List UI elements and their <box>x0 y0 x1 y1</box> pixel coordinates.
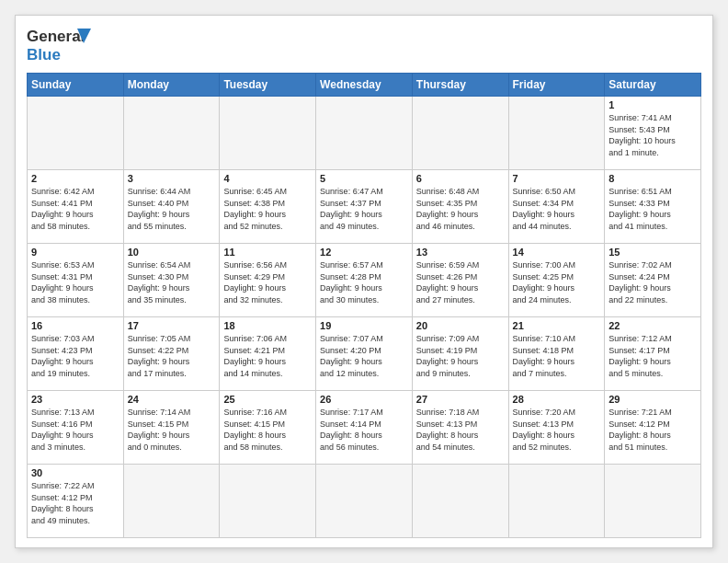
calendar-cell: 10Sunrise: 6:54 AM Sunset: 4:30 PM Dayli… <box>123 244 220 317</box>
calendar-cell: 29Sunrise: 7:21 AM Sunset: 4:12 PM Dayli… <box>605 391 701 465</box>
day-info: Sunrise: 6:48 AM Sunset: 4:35 PM Dayligh… <box>416 186 505 232</box>
day-info: Sunrise: 7:06 AM Sunset: 4:21 PM Dayligh… <box>223 333 312 379</box>
weekday-header-row: SundayMondayTuesdayWednesdayThursdayFrid… <box>28 74 701 97</box>
calendar-week-row: 1Sunrise: 7:41 AM Sunset: 5:43 PM Daylig… <box>28 97 701 170</box>
day-info: Sunrise: 7:05 AM Sunset: 4:22 PM Dayligh… <box>128 333 216 379</box>
calendar-cell: 23Sunrise: 7:13 AM Sunset: 4:16 PM Dayli… <box>28 391 124 465</box>
day-info: Sunrise: 6:44 AM Sunset: 4:40 PM Dayligh… <box>128 186 216 232</box>
day-number: 11 <box>223 247 312 258</box>
weekday-header-saturday: Saturday <box>605 74 701 97</box>
day-info: Sunrise: 7:00 AM Sunset: 4:25 PM Dayligh… <box>513 259 601 305</box>
calendar-cell: 3Sunrise: 6:44 AM Sunset: 4:40 PM Daylig… <box>123 170 220 244</box>
day-number: 4 <box>223 173 312 184</box>
calendar-cell <box>508 97 605 170</box>
day-number: 16 <box>31 320 119 331</box>
day-info: Sunrise: 7:13 AM Sunset: 4:16 PM Dayligh… <box>31 407 119 453</box>
calendar-week-row: 16Sunrise: 7:03 AM Sunset: 4:23 PM Dayli… <box>28 317 701 391</box>
day-info: Sunrise: 6:42 AM Sunset: 4:41 PM Dayligh… <box>31 186 119 232</box>
day-info: Sunrise: 6:51 AM Sunset: 4:33 PM Dayligh… <box>609 186 697 232</box>
calendar-cell: 30Sunrise: 7:22 AM Sunset: 4:12 PM Dayli… <box>28 465 124 538</box>
day-info: Sunrise: 7:12 AM Sunset: 4:17 PM Dayligh… <box>609 333 697 379</box>
day-info: Sunrise: 7:18 AM Sunset: 4:13 PM Dayligh… <box>416 407 505 453</box>
calendar-week-row: 23Sunrise: 7:13 AM Sunset: 4:16 PM Dayli… <box>28 391 701 465</box>
day-number: 8 <box>609 173 697 184</box>
day-number: 18 <box>223 320 312 331</box>
day-info: Sunrise: 6:50 AM Sunset: 4:34 PM Dayligh… <box>513 186 601 232</box>
day-info: Sunrise: 7:10 AM Sunset: 4:18 PM Dayligh… <box>513 333 601 379</box>
day-info: Sunrise: 7:22 AM Sunset: 4:12 PM Dayligh… <box>31 480 119 526</box>
weekday-header-tuesday: Tuesday <box>220 74 316 97</box>
calendar-cell: 24Sunrise: 7:14 AM Sunset: 4:15 PM Dayli… <box>123 391 220 465</box>
day-info: Sunrise: 7:03 AM Sunset: 4:23 PM Dayligh… <box>31 333 119 379</box>
calendar-cell: 26Sunrise: 7:17 AM Sunset: 4:14 PM Dayli… <box>316 391 413 465</box>
weekday-header-thursday: Thursday <box>412 74 508 97</box>
calendar-cell: 19Sunrise: 7:07 AM Sunset: 4:20 PM Dayli… <box>316 317 413 391</box>
header-section: GeneralBlue <box>27 25 701 65</box>
calendar-cell <box>123 465 220 538</box>
calendar-cell: 17Sunrise: 7:05 AM Sunset: 4:22 PM Dayli… <box>123 317 220 391</box>
calendar-cell: 16Sunrise: 7:03 AM Sunset: 4:23 PM Dayli… <box>28 317 124 391</box>
day-number: 30 <box>31 467 119 478</box>
day-number: 20 <box>416 320 505 331</box>
calendar-week-row: 30Sunrise: 7:22 AM Sunset: 4:12 PM Dayli… <box>28 465 701 538</box>
day-number: 1 <box>609 99 697 110</box>
day-number: 3 <box>128 173 216 184</box>
day-number: 24 <box>128 394 216 405</box>
day-number: 7 <box>513 173 601 184</box>
calendar-cell: 15Sunrise: 7:02 AM Sunset: 4:24 PM Dayli… <box>605 244 701 317</box>
day-number: 25 <box>223 394 312 405</box>
calendar-cell: 18Sunrise: 7:06 AM Sunset: 4:21 PM Dayli… <box>220 317 316 391</box>
calendar-cell: 28Sunrise: 7:20 AM Sunset: 4:13 PM Dayli… <box>508 391 605 465</box>
day-info: Sunrise: 7:20 AM Sunset: 4:13 PM Dayligh… <box>513 407 601 453</box>
weekday-header-sunday: Sunday <box>28 74 124 97</box>
day-info: Sunrise: 7:02 AM Sunset: 4:24 PM Dayligh… <box>609 259 697 305</box>
calendar-cell: 22Sunrise: 7:12 AM Sunset: 4:17 PM Dayli… <box>605 317 701 391</box>
day-number: 27 <box>416 394 505 405</box>
day-info: Sunrise: 7:07 AM Sunset: 4:20 PM Dayligh… <box>320 333 408 379</box>
day-info: Sunrise: 7:14 AM Sunset: 4:15 PM Dayligh… <box>128 407 216 453</box>
logo-area: GeneralBlue <box>27 25 100 65</box>
svg-text:General: General <box>27 28 85 45</box>
day-number: 22 <box>609 320 697 331</box>
calendar-cell: 6Sunrise: 6:48 AM Sunset: 4:35 PM Daylig… <box>412 170 508 244</box>
day-number: 21 <box>513 320 601 331</box>
calendar-cell: 25Sunrise: 7:16 AM Sunset: 4:15 PM Dayli… <box>220 391 316 465</box>
calendar-cell: 13Sunrise: 6:59 AM Sunset: 4:26 PM Dayli… <box>412 244 508 317</box>
day-info: Sunrise: 6:54 AM Sunset: 4:30 PM Dayligh… <box>128 259 216 305</box>
day-info: Sunrise: 6:47 AM Sunset: 4:37 PM Dayligh… <box>320 186 408 232</box>
day-number: 5 <box>320 173 408 184</box>
generalblue-logo-icon: GeneralBlue <box>27 25 100 65</box>
day-number: 6 <box>416 173 505 184</box>
calendar-cell: 1Sunrise: 7:41 AM Sunset: 5:43 PM Daylig… <box>605 97 701 170</box>
day-info: Sunrise: 7:21 AM Sunset: 4:12 PM Dayligh… <box>609 407 697 453</box>
calendar-cell: 5Sunrise: 6:47 AM Sunset: 4:37 PM Daylig… <box>316 170 413 244</box>
day-info: Sunrise: 6:56 AM Sunset: 4:29 PM Dayligh… <box>223 259 312 305</box>
calendar-cell <box>316 465 413 538</box>
calendar-cell <box>123 97 220 170</box>
calendar-cell <box>508 465 605 538</box>
day-info: Sunrise: 7:09 AM Sunset: 4:19 PM Dayligh… <box>416 333 505 379</box>
calendar-cell <box>28 97 124 170</box>
day-number: 9 <box>31 247 119 258</box>
day-number: 23 <box>31 394 119 405</box>
day-info: Sunrise: 6:45 AM Sunset: 4:38 PM Dayligh… <box>223 186 312 232</box>
day-number: 10 <box>128 247 216 258</box>
day-number: 28 <box>513 394 601 405</box>
svg-text:Blue: Blue <box>27 46 61 63</box>
calendar-cell: 9Sunrise: 6:53 AM Sunset: 4:31 PM Daylig… <box>28 244 124 317</box>
calendar-cell <box>412 97 508 170</box>
calendar-cell: 21Sunrise: 7:10 AM Sunset: 4:18 PM Dayli… <box>508 317 605 391</box>
day-number: 29 <box>609 394 697 405</box>
day-info: Sunrise: 7:17 AM Sunset: 4:14 PM Dayligh… <box>320 407 408 453</box>
day-info: Sunrise: 7:16 AM Sunset: 4:15 PM Dayligh… <box>223 407 312 453</box>
calendar-cell: 12Sunrise: 6:57 AM Sunset: 4:28 PM Dayli… <box>316 244 413 317</box>
day-number: 26 <box>320 394 408 405</box>
calendar-cell <box>220 97 316 170</box>
day-number: 13 <box>416 247 505 258</box>
calendar-container: GeneralBlue SundayMondayTuesdayWednesday… <box>15 15 713 548</box>
day-info: Sunrise: 6:57 AM Sunset: 4:28 PM Dayligh… <box>320 259 408 305</box>
calendar-week-row: 2Sunrise: 6:42 AM Sunset: 4:41 PM Daylig… <box>28 170 701 244</box>
day-number: 2 <box>31 173 119 184</box>
calendar-cell <box>220 465 316 538</box>
calendar-week-row: 9Sunrise: 6:53 AM Sunset: 4:31 PM Daylig… <box>28 244 701 317</box>
